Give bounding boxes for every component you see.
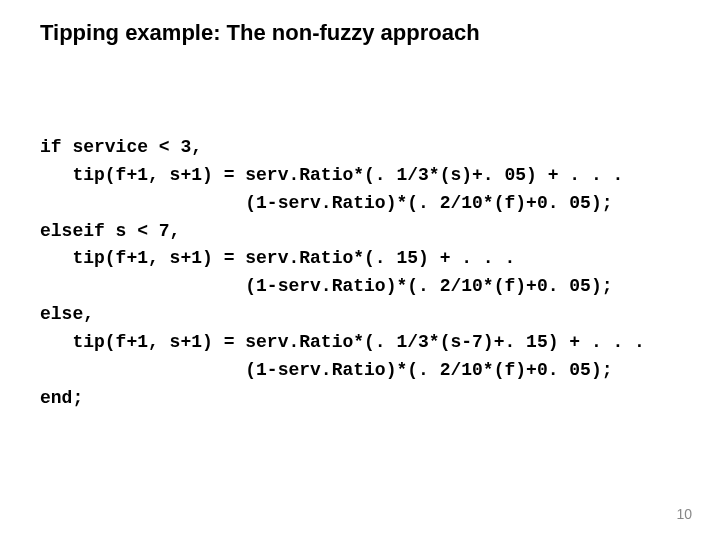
- code-line: tip(f+1, s+1) = serv.Ratio*(. 1/3*(s)+. …: [40, 165, 623, 185]
- code-block: if service < 3, tip(f+1, s+1) = serv.Rat…: [40, 106, 690, 413]
- code-line: else,: [40, 304, 94, 324]
- slide: Tipping example: The non-fuzzy approach …: [0, 0, 720, 540]
- code-line: tip(f+1, s+1) = serv.Ratio*(. 15) + . . …: [40, 248, 515, 268]
- code-line: tip(f+1, s+1) = serv.Ratio*(. 1/3*(s-7)+…: [40, 332, 645, 352]
- code-line: (1-serv.Ratio)*(. 2/10*(f)+0. 05);: [40, 193, 613, 213]
- code-line: (1-serv.Ratio)*(. 2/10*(f)+0. 05);: [40, 360, 613, 380]
- slide-title: Tipping example: The non-fuzzy approach: [40, 20, 690, 46]
- code-line: (1-serv.Ratio)*(. 2/10*(f)+0. 05);: [40, 276, 613, 296]
- code-line: end;: [40, 388, 83, 408]
- page-number: 10: [676, 506, 692, 522]
- code-line: elseif s < 7,: [40, 221, 180, 241]
- code-line: if service < 3,: [40, 137, 202, 157]
